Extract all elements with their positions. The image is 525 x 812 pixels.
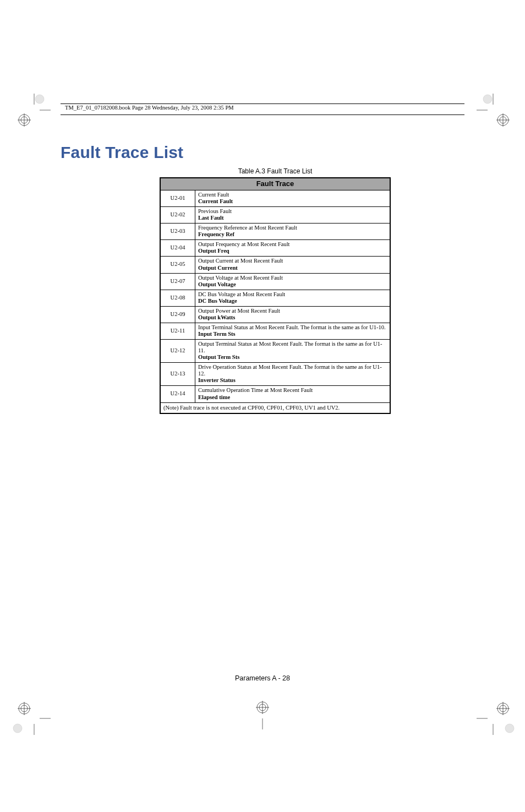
header-rule-bottom xyxy=(61,115,464,115)
fault-bold-label: Output Voltage xyxy=(198,281,387,288)
fault-bold-label: Input Term Sts xyxy=(198,331,387,337)
fault-code: U2-14 xyxy=(160,386,195,402)
fault-code: U2-09 xyxy=(160,306,195,323)
table-row: U2-09Output Power at Most Recent FaultOu… xyxy=(160,306,390,323)
fault-description-cell: Input Terminal Status at Most Recent Fau… xyxy=(195,323,391,339)
table-row: U2-12Output Terminal Status at Most Rece… xyxy=(160,340,390,363)
fault-description: Output Terminal Status at Most Recent Fa… xyxy=(198,341,387,354)
fault-description: Output Power at Most Recent Fault xyxy=(198,308,387,314)
svg-point-13 xyxy=(483,95,492,103)
table-header: Fault Trace xyxy=(160,178,390,190)
svg-point-6 xyxy=(35,95,44,103)
svg-point-20 xyxy=(13,724,22,733)
fault-description-cell: Output Power at Most Recent FaultOutput … xyxy=(195,306,391,323)
fault-code: U2-13 xyxy=(160,363,195,386)
fault-bold-label: Elapsed time xyxy=(198,394,387,401)
table-row: U2-14Cumulative Operation Time at Most R… xyxy=(160,386,390,402)
svg-point-27 xyxy=(505,724,514,733)
fault-trace-table: Fault Trace U2-01Current FaultCurrent Fa… xyxy=(160,177,391,414)
fault-bold-label: Current Fault xyxy=(198,198,387,205)
page: TM_E7_01_07182008.book Page 28 Wednesday… xyxy=(0,0,525,812)
fault-description-cell: Output Current at Most Recent FaultOutpu… xyxy=(195,257,391,273)
table-row: U2-11Input Terminal Status at Most Recen… xyxy=(160,323,390,339)
content-area: Fault Trace List Table A.3 Fault Trace L… xyxy=(61,143,464,691)
fault-code: U2-04 xyxy=(160,240,195,257)
fault-bold-label: Inverter Status xyxy=(198,377,387,384)
fault-description: Output Frequency at Most Recent Fault xyxy=(198,241,387,248)
table-row: U2-05Output Current at Most Recent Fault… xyxy=(160,257,390,273)
crop-mark-bottom-right xyxy=(477,696,515,735)
fault-bold-label: Output Term Sts xyxy=(198,354,387,361)
fault-bold-label: Output kWatts xyxy=(198,314,387,321)
crop-mark-bottom-left xyxy=(12,696,51,735)
fault-code: U2-12 xyxy=(160,340,195,363)
crop-mark-top-right xyxy=(477,94,515,132)
fault-description-cell: Cumulative Operation Time at Most Recent… xyxy=(195,386,391,402)
fault-code: U2-08 xyxy=(160,290,195,306)
fault-description: Input Terminal Status at Most Recent Fau… xyxy=(198,324,387,331)
table-row: U2-02Previous FaultLast Fault xyxy=(160,207,390,224)
table-row: U2-13Drive Operation Status at Most Rece… xyxy=(160,363,390,386)
table-caption: Table A.3 Fault Trace List xyxy=(160,167,391,175)
fault-description-cell: Output Frequency at Most Recent FaultOut… xyxy=(195,240,391,257)
fault-description: Cumulative Operation Time at Most Recent… xyxy=(198,387,387,394)
fault-description: Frequency Reference at Most Recent Fault xyxy=(198,225,387,231)
fault-description-cell: Current FaultCurrent Fault xyxy=(195,190,391,206)
fault-description-cell: Previous FaultLast Fault xyxy=(195,207,391,224)
table-footnote: (Note) Fault trace is not executed at CP… xyxy=(160,402,390,413)
running-header-strip: TM_E7_01_07182008.book Page 28 Wednesday… xyxy=(55,103,470,120)
header-rule-top xyxy=(61,103,464,104)
fault-bold-label: Frequency Ref xyxy=(198,231,387,238)
fault-code: U2-03 xyxy=(160,224,195,240)
fault-code: U2-02 xyxy=(160,207,195,224)
fault-bold-label: Output Freq xyxy=(198,248,387,254)
table-row: U2-07Output Voltage at Most Recent Fault… xyxy=(160,273,390,290)
table-row: U2-04Output Frequency at Most Recent Fau… xyxy=(160,240,390,257)
table-row: U2-01Current FaultCurrent Fault xyxy=(160,190,390,206)
fault-description-cell: Output Voltage at Most Recent FaultOutpu… xyxy=(195,273,391,290)
fault-description: Previous Fault xyxy=(198,208,387,215)
fault-code: U2-11 xyxy=(160,323,195,339)
fault-trace-table-wrap: Table A.3 Fault Trace List Fault Trace U… xyxy=(160,167,391,414)
page-footer: Parameters A - 28 xyxy=(235,674,290,682)
fault-code: U2-01 xyxy=(160,190,195,206)
fault-description: Drive Operation Status at Most Recent Fa… xyxy=(198,364,387,377)
fault-description-cell: Output Terminal Status at Most Recent Fa… xyxy=(195,340,391,363)
fault-bold-label: Output Current xyxy=(198,265,387,271)
fault-description-cell: Frequency Reference at Most Recent Fault… xyxy=(195,224,391,240)
fault-description: Output Voltage at Most Recent Fault xyxy=(198,275,387,281)
table-row: U2-03Frequency Reference at Most Recent … xyxy=(160,224,390,240)
fault-description-cell: Drive Operation Status at Most Recent Fa… xyxy=(195,363,391,386)
crop-mark-bottom-center xyxy=(251,696,274,735)
fault-bold-label: DC Bus Voltage xyxy=(198,298,387,304)
fault-description: Current Fault xyxy=(198,192,387,198)
page-title: Fault Trace List xyxy=(61,143,464,162)
crop-mark-top-left xyxy=(12,94,51,132)
running-head-text: TM_E7_01_07182008.book Page 28 Wednesday… xyxy=(65,105,234,111)
fault-bold-label: Last Fault xyxy=(198,215,387,221)
table-row: U2-08DC Bus Voltage at Most Recent Fault… xyxy=(160,290,390,306)
fault-code: U2-07 xyxy=(160,273,195,290)
fault-description: DC Bus Voltage at Most Recent Fault xyxy=(198,291,387,298)
fault-description: Output Current at Most Recent Fault xyxy=(198,258,387,264)
fault-code: U2-05 xyxy=(160,257,195,273)
fault-description-cell: DC Bus Voltage at Most Recent FaultDC Bu… xyxy=(195,290,391,306)
